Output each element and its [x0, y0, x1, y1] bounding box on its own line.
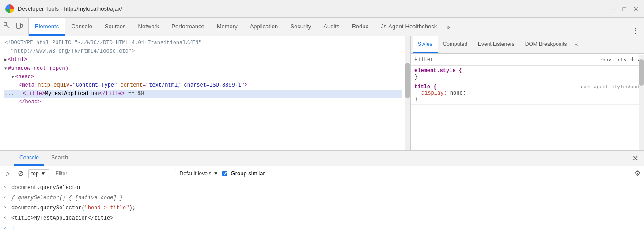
gear-button[interactable]: ⚙ — [634, 169, 640, 178]
style-source-label: user agent stylesheet — [579, 84, 640, 90]
inspect-icon[interactable] — [2, 20, 12, 31]
styles-tab-event-listeners[interactable]: Event Listeners — [473, 36, 520, 53]
styles-tab-more[interactable]: » — [572, 36, 580, 53]
window-controls: ─ □ ✕ — [611, 6, 639, 12]
prop-val-none: none; — [450, 90, 466, 96]
dom-line-meta: <meta http-equiv="Content-Type" content=… — [4, 81, 402, 90]
tab-elements[interactable]: Elements — [29, 18, 65, 36]
devtools-tab-bar: Elements Console Sources Network Perform… — [0, 18, 644, 36]
console-arrow-3: › — [4, 204, 9, 212]
dom-line-head[interactable]: ▼ <head> — [4, 73, 402, 81]
tab-more-button[interactable]: » — [443, 18, 454, 36]
dom-line-doctype2: "http://www.w3.org/TR/html4/loose.dtd"> — [4, 47, 402, 56]
tab-application[interactable]: Application — [244, 18, 284, 36]
tab-sources[interactable]: Sources — [98, 18, 132, 36]
styles-tab-computed[interactable]: Computed — [438, 36, 473, 53]
tab-end-icons: ⋮ — [624, 25, 644, 36]
styles-scroll-thumb[interactable] — [639, 59, 644, 86]
console-tab-console[interactable]: Console — [14, 151, 44, 166]
console-close-button[interactable]: ✕ — [630, 153, 640, 164]
tab-redux[interactable]: Redux — [345, 18, 375, 36]
tab-memory[interactable]: Memory — [211, 18, 244, 36]
style-selector-element: element.style { — [414, 68, 640, 74]
tab-js-agent[interactable]: Js-Agent-Healthcheck — [375, 18, 443, 36]
title-selector-text: title { — [414, 84, 436, 90]
console-text-3b: "head > title" — [85, 204, 129, 212]
execute-button[interactable]: ▷ — [4, 169, 12, 178]
dom-line-title[interactable]: ... <title>MyTestApplication</title> == … — [4, 90, 402, 98]
style-rule-element: element.style { } — [411, 66, 644, 82]
console-line-3: › document.querySelector("head > title")… — [4, 203, 640, 213]
head-tag: <head> — [15, 73, 34, 81]
tab-network[interactable]: Network — [132, 18, 166, 36]
close-button[interactable]: ✕ — [633, 6, 639, 12]
console-text-3a: document.querySelector( — [11, 204, 85, 212]
tab-audits[interactable]: Audits — [317, 18, 345, 36]
group-similar-checkbox[interactable] — [222, 171, 227, 176]
console-arrow-1: › — [4, 184, 9, 191]
meta-open: <meta — [19, 81, 38, 90]
doctype-text: <!DOCTYPE html PUBLIC "-//W3C//DTD HTML … — [4, 39, 201, 47]
title-bar: Developer Tools - http://mylocalhost/aja… — [0, 0, 644, 18]
minimize-button[interactable]: ─ — [611, 6, 616, 12]
svg-rect-1 — [17, 23, 20, 28]
tab-console[interactable]: Console — [65, 18, 98, 36]
tab-performance[interactable]: Performance — [165, 18, 210, 36]
filter-bar: Filter :hov .cls + ▲ — [411, 54, 644, 66]
prop-name-display: display — [421, 90, 443, 96]
expand-html-arrow[interactable]: ▶ — [4, 57, 7, 64]
levels-select[interactable]: Default levels ▼ — [180, 170, 219, 177]
console-line-1: › document.querySelector — [4, 183, 640, 193]
device-toggle-icon[interactable] — [14, 20, 25, 31]
title-bar-title: Developer Tools - http://mylocalhost/aja… — [18, 5, 122, 12]
dom-line-html[interactable]: ▶ <html> — [4, 56, 402, 64]
context-select[interactable]: top ▼ — [28, 169, 49, 178]
filter-plus-button[interactable]: + — [630, 56, 634, 64]
tab-security[interactable]: Security — [284, 18, 317, 36]
styles-tab-styles[interactable]: Styles — [413, 36, 438, 53]
context-value: top — [31, 170, 39, 177]
console-arrow-4: ‹ — [4, 214, 9, 222]
bottom-panel: ⋮ Console Search ✕ ▷ ⊘ top ▼ Default lev… — [0, 150, 644, 250]
expand-shadow-arrow[interactable]: ▼ — [4, 65, 7, 72]
maximize-button[interactable]: □ — [623, 6, 626, 12]
console-filter-input[interactable] — [53, 169, 176, 178]
console-input-line[interactable]: › | — [4, 223, 640, 233]
meta-val2: "text/html; charset=ISO-8859-1" — [146, 81, 244, 90]
expand-head-arrow[interactable]: ▼ — [11, 74, 14, 81]
console-output: › document.querySelector ‹ ƒ querySelect… — [0, 181, 644, 250]
style-prop-display: display: none; — [414, 90, 640, 96]
close-head-tag: </head> — [19, 98, 41, 106]
title-open-tag: <title> — [23, 90, 45, 98]
dom-line-close-head: </head> — [4, 98, 402, 106]
console-drag-handle[interactable]: ⋮ — [4, 154, 12, 163]
styles-tab-bar: Styles Computed Event Listeners DOM Brea… — [411, 36, 644, 54]
console-cursor: | — [11, 224, 15, 232]
filter-hov-button[interactable]: :hov — [599, 57, 611, 63]
console-text-1: document.querySelector — [11, 184, 81, 192]
svg-rect-0 — [4, 23, 7, 25]
title-bar-left: Developer Tools - http://mylocalhost/aja… — [5, 4, 122, 13]
console-tab-search[interactable]: Search — [46, 151, 73, 166]
style-selector-title: title { user agent stylesheet — [414, 84, 640, 90]
style-rule-title: title { user agent stylesheet display: n… — [411, 82, 644, 105]
tab-list: Elements Console Sources Network Perform… — [29, 18, 454, 36]
console-arrow-2: ‹ — [4, 194, 9, 201]
element-style-selector-text: element.style { — [414, 68, 462, 74]
dom-line-shadow[interactable]: ▼ #shadow-root (open) — [4, 64, 402, 73]
styles-tab-dom-breakpoints[interactable]: DOM Breakpoints — [520, 36, 572, 53]
clear-button[interactable]: ⊘ — [16, 169, 25, 178]
chrome-icon — [5, 4, 14, 13]
dom-line-doctype: <!DOCTYPE html PUBLIC "-//W3C//DTD HTML … — [4, 39, 402, 47]
dom-dots: ... — [4, 90, 14, 98]
dom-scroll-thumb[interactable] — [405, 63, 410, 98]
filter-label: Filter — [414, 57, 433, 63]
console-text-3c: ); — [129, 204, 135, 212]
console-text-4: <title>MyTestApplication</title> — [11, 214, 113, 222]
title-text: MyTestApplication — [45, 90, 99, 98]
filter-cls-button[interactable]: .cls — [615, 57, 627, 63]
html-tag: <html> — [8, 56, 27, 64]
svg-rect-2 — [21, 24, 22, 27]
tab-icons-group — [2, 18, 29, 36]
more-options-icon[interactable]: ⋮ — [630, 25, 640, 36]
